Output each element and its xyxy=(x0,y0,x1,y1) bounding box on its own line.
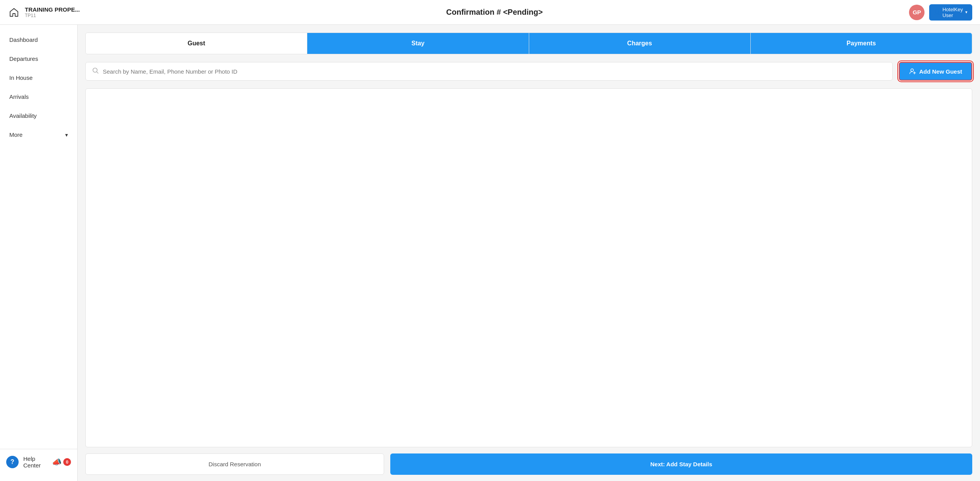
user-label: HotelKeyUser xyxy=(942,7,963,18)
svg-point-0 xyxy=(93,68,97,72)
notification-badge: 0 xyxy=(63,458,71,466)
svg-line-1 xyxy=(97,72,99,74)
chevron-down-icon: ▾ xyxy=(965,10,968,15)
megaphone-icon: 📣 xyxy=(52,457,62,467)
main-layout: Dashboard Departures In House Arrivals A… xyxy=(0,25,980,481)
footer: Discard Reservation Next: Add Stay Detai… xyxy=(78,447,980,481)
next-stay-details-button[interactable]: Next: Add Stay Details xyxy=(390,453,972,475)
sidebar-item-in-house[interactable]: In House xyxy=(3,69,74,86)
property-name: TRAINING PROPE... xyxy=(25,6,80,13)
search-input[interactable] xyxy=(103,68,886,75)
tab-charges[interactable]: Charges xyxy=(529,33,751,54)
empty-content-area xyxy=(85,88,972,447)
content-inner: Guest Stay Charges Payments xyxy=(78,25,980,447)
svg-point-2 xyxy=(911,69,914,71)
page-title: Confirmation # <Pending> xyxy=(446,8,543,17)
user-badge[interactable]: 👤 HotelKeyUser ▾ xyxy=(929,4,972,21)
sidebar-item-arrivals[interactable]: Arrivals xyxy=(3,88,74,105)
property-info: TRAINING PROPE... TP11 xyxy=(25,6,80,18)
search-box xyxy=(85,62,893,81)
content: Guest Stay Charges Payments xyxy=(78,25,980,481)
sidebar-nav: Dashboard Departures In House Arrivals A… xyxy=(0,31,77,449)
sidebar-item-dashboard[interactable]: Dashboard xyxy=(3,31,74,48)
discard-reservation-button[interactable]: Discard Reservation xyxy=(85,453,384,475)
add-new-guest-label: Add New Guest xyxy=(919,68,962,75)
help-label: Help Center xyxy=(23,455,47,469)
tabs: Guest Stay Charges Payments xyxy=(85,33,972,54)
search-row: Add New Guest xyxy=(85,62,972,81)
add-new-guest-button[interactable]: Add New Guest xyxy=(899,62,972,81)
person-icon: 👤 xyxy=(934,9,940,15)
chevron-down-icon xyxy=(65,131,68,138)
house-icon xyxy=(8,6,20,19)
notification-icon: 📣 0 xyxy=(52,457,71,467)
property-code: TP11 xyxy=(25,13,80,18)
avatar: GP xyxy=(909,5,925,20)
header-right: GP 👤 HotelKeyUser ▾ xyxy=(909,4,972,21)
help-center[interactable]: ? Help Center 📣 0 xyxy=(0,449,77,475)
help-icon: ? xyxy=(6,456,19,468)
tab-guest[interactable]: Guest xyxy=(86,33,307,54)
search-icon xyxy=(92,67,99,76)
sidebar-item-departures[interactable]: Departures xyxy=(3,50,74,67)
header: TRAINING PROPE... TP11 Confirmation # <P… xyxy=(0,0,980,25)
sidebar: Dashboard Departures In House Arrivals A… xyxy=(0,25,78,481)
tab-payments[interactable]: Payments xyxy=(751,33,972,54)
header-left: TRAINING PROPE... TP11 xyxy=(8,6,80,19)
user-plus-icon xyxy=(909,67,916,76)
tab-stay[interactable]: Stay xyxy=(307,33,529,54)
sidebar-item-availability[interactable]: Availability xyxy=(3,107,74,124)
sidebar-item-more[interactable]: More xyxy=(3,126,74,143)
